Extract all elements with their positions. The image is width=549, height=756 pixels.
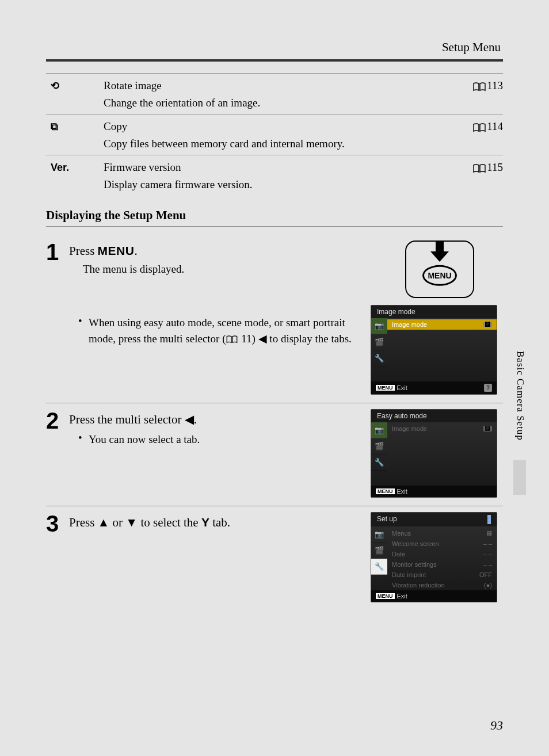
lcd-row: Welcome screen– –: [387, 539, 497, 549]
movie-tab-icon: 🎬: [371, 543, 387, 559]
help-icon: ?: [484, 384, 492, 392]
lcd-row: Image mode 🅿︎: [387, 423, 497, 434]
step-2: 2 Press the multi selector ◀. • You can …: [46, 403, 503, 498]
section-title: Setup Menu: [46, 40, 503, 55]
image-mode-value-icon: 🅿︎: [483, 426, 492, 432]
side-tab-label: Basic Camera Setup: [514, 351, 526, 441]
menu-badge-icon: MENU: [376, 488, 395, 494]
arrow-down-icon: [430, 240, 449, 262]
setup-table: ⟲ Rotate image 113 Change the orientatio…: [46, 73, 503, 196]
lcd-footer: MENU Exit: [371, 590, 497, 602]
table-row: Ver. Firmware version 115: [46, 155, 503, 177]
menu-badge-icon: MENU: [376, 593, 395, 599]
book-icon: [473, 164, 486, 173]
lcd-title: Image mode: [371, 306, 497, 318]
menu-label-inline: MENU: [98, 244, 135, 257]
step-number: 2: [46, 409, 69, 498]
book-icon: [473, 123, 486, 132]
step-1: 1 Press MENU. The menu is displayed. • W…: [46, 235, 503, 395]
side-tab-block: [513, 460, 526, 495]
lcd-row: Vibration reduction(●): [387, 580, 497, 590]
subheading: Displaying the Setup Menu: [46, 208, 503, 223]
wrench-tab-icon: 🔧: [371, 455, 387, 471]
menu-badge-icon: MENU: [376, 385, 395, 391]
ver-icon: Ver.: [51, 162, 69, 173]
step-bullet: • When using easy auto mode, scene mode,…: [78, 315, 364, 346]
setup-item-title: Firmware version: [104, 155, 445, 177]
camera-tab-icon: 📷: [371, 422, 387, 438]
movie-tab-icon: 🎬: [371, 438, 387, 455]
setup-item-title: Copy: [104, 114, 445, 136]
setup-item-title: Rotate image: [104, 74, 445, 95]
copy-icon: ⧉: [51, 121, 58, 132]
header-divider: [46, 59, 503, 62]
wrench-tab-icon: 🔧: [371, 559, 387, 575]
step-note: The menu is displayed.: [83, 263, 364, 276]
table-row: ⧉ Copy 114: [46, 114, 503, 136]
camera-tab-icon: 📷: [371, 526, 387, 543]
page-ref: 113: [445, 74, 503, 95]
lcd-row: Date– –: [387, 549, 497, 559]
divider: [46, 226, 503, 227]
book-icon: [226, 335, 238, 343]
lcd-row: Date imprintOFF: [387, 570, 497, 580]
step-title: Press ▲ or ▼ to select the Y tab.: [69, 516, 364, 530]
movie-tab-icon: 🎬: [371, 334, 387, 350]
menu-button-graphic: MENU: [405, 240, 474, 298]
wrench-tab-icon: 🔧: [371, 350, 387, 366]
step-title: Press the multi selector ◀.: [69, 413, 364, 427]
camera-tab-icon: 📷: [371, 318, 387, 334]
lcd-row: Monitor settings– –: [387, 559, 497, 570]
table-row-desc: Display camera firmware version.: [46, 176, 503, 196]
lcd-screenshot-1: Image mode 📷 🎬 🔧 Image mode 🅿︎: [371, 305, 497, 395]
step-3: 3 Press ▲ or ▼ to select the Y tab. Set …: [46, 506, 503, 602]
step-number: 3: [46, 512, 69, 602]
lcd-title: Easy auto mode: [371, 410, 497, 422]
scroll-indicator-icon: [487, 515, 491, 524]
page-ref: 115: [445, 155, 503, 177]
wrench-icon-inline: Y: [201, 516, 209, 529]
table-row-desc: Copy files between memory card and inter…: [46, 135, 503, 155]
book-icon: [473, 82, 486, 91]
lcd-footer: MENU Exit ?: [371, 381, 497, 394]
step-title: Press MENU.: [69, 244, 364, 258]
page-ref: 114: [445, 114, 503, 136]
lcd-screenshot-2: Easy auto mode 📷 🎬 🔧 Image mode 🅿︎: [371, 409, 497, 498]
lcd-footer: MENU Exit: [371, 486, 497, 497]
lcd-row: Menus▦: [387, 528, 497, 539]
step-bullet: • You can now select a tab.: [78, 432, 364, 448]
lcd-screenshot-3: Set up 📷 🎬 🔧 Menus▦ Welcome screen– – Da…: [371, 512, 497, 602]
page-number: 93: [490, 718, 503, 733]
table-row-desc: Change the orientation of an image.: [46, 94, 503, 114]
lcd-row-selected: Image mode 🅿︎: [387, 319, 497, 330]
page: Setup Menu ⟲ Rotate image 113 Change the…: [0, 0, 549, 756]
rotate-icon: ⟲: [51, 80, 59, 91]
lcd-title: Set up: [371, 513, 497, 526]
menu-button-label: MENU: [422, 265, 457, 286]
image-mode-value-icon: 🅿︎: [483, 322, 492, 327]
step-number: 1: [46, 240, 69, 395]
table-row: ⟲ Rotate image 113: [46, 74, 503, 95]
